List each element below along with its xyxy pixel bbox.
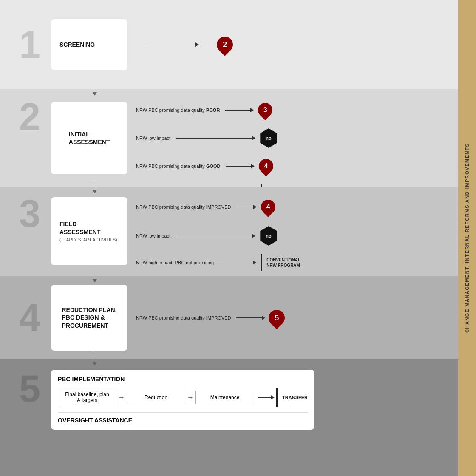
flow-improved-3: NRW PBC promising data quality IMPROVED … — [136, 196, 452, 218]
screening-box: SCREENING — [51, 19, 128, 70]
flow-improved-4: NRW PBC promising data quality IMPROVED … — [136, 307, 452, 329]
right-sidebar: Change Management, Internal Reforms and … — [458, 0, 476, 476]
initial-assessment-title: INITIAL ASSESSMENT — [69, 130, 110, 146]
conv-label-2: CONVENTIONAL NRW PROGRAM — [266, 257, 300, 268]
reduction-plan-box: REDUCTION PLAN, PBC DESIGN & PROCUREMENT — [51, 285, 128, 351]
field-assessment-sub: (+EARLY START ACTIVITIES) — [60, 238, 117, 242]
pin-4a: 4 — [257, 156, 275, 177]
phase-arrow-2: → — [187, 394, 194, 401]
pbc-title: PBC IMPLEMENTATION — [58, 376, 308, 382]
screening-title: SCREENING — [60, 41, 95, 48]
step-number-1: 1 — [8, 26, 51, 64]
section1-arrow — [144, 42, 199, 47]
pin-5: 5 — [268, 307, 286, 329]
pin-badge-2: 2 — [216, 34, 234, 55]
flow-high-impact-2: NRW high impact, PBC not promising CONVE… — [136, 254, 452, 271]
step-number-4: 4 — [8, 299, 51, 337]
initial-assessment-box: INITIAL ASSESSMENT — [51, 102, 128, 174]
step-number-5: 5 — [8, 370, 51, 408]
pbc-phases: Final baseline, plan & targets → Reducti… — [58, 388, 308, 407]
phase-baseline: Final baseline, plan & targets — [58, 388, 116, 407]
phase-maintenance: Maintenance — [196, 391, 254, 404]
step-number-2: 2 — [8, 98, 51, 136]
flow-poor: NRW PBC promising data quality POOR 3 — [136, 99, 452, 121]
reduction-plan-title: REDUCTION PLAN, PBC DESIGN & PROCUREMENT — [62, 306, 116, 329]
phase-reduction: Reduction — [127, 391, 185, 404]
flow-low-impact-1: NRW low impact no — [136, 128, 452, 149]
pbc-box: PBC IMPLEMENTATION Final baseline, plan … — [51, 370, 314, 430]
sidebar-text: Change Management, Internal Reforms and … — [465, 143, 470, 333]
flow-low-impact-2: NRW low impact no — [136, 225, 452, 246]
pin-3: 3 — [256, 99, 274, 121]
oversight-title: OVERSIGHT ASSISTANCE — [58, 412, 308, 424]
flow-good: NRW PBC promising data quality GOOD 4 — [136, 156, 452, 177]
transfer-label: TRANSFER — [282, 395, 308, 400]
hex-no-2: no — [258, 225, 279, 246]
phase-arrow-1: → — [118, 394, 125, 401]
pin-4b: 4 — [259, 196, 277, 218]
field-assessment-box: FIELD ASSESSMENT (+EARLY START ACTIVITIE… — [51, 197, 128, 265]
hex-no-1: no — [258, 128, 279, 149]
field-assessment-title: FIELD ASSESSMENT — [60, 220, 100, 235]
step-number-3: 3 — [8, 195, 51, 233]
